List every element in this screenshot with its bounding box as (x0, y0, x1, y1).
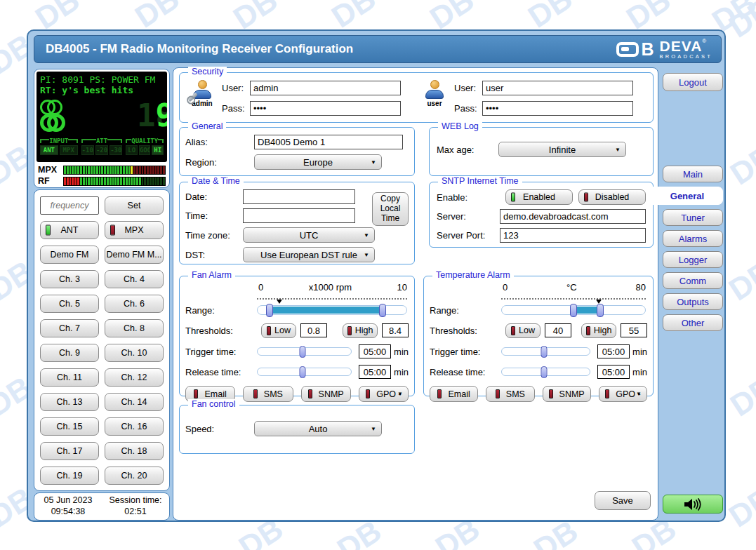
fan-speed-dropdown[interactable]: Auto ▼ (254, 421, 382, 436)
fan-low-threshold-button[interactable]: Low (261, 323, 296, 338)
temp-sms-button[interactable]: SMS (486, 386, 534, 402)
sntp-enabled-button[interactable]: Enabled (505, 189, 573, 205)
channel-button-14[interactable]: Ch. 14 (105, 393, 164, 411)
temp-range-high-handle[interactable] (597, 304, 604, 317)
chevron-down-icon: ▼ (364, 232, 369, 239)
set-frequency-button[interactable]: Set (105, 196, 164, 215)
channel-button-8[interactable]: Ch. 8 (105, 319, 164, 337)
fan-sms-button[interactable]: SMS (243, 386, 293, 402)
temp-gpo-dropdown[interactable]: GPO - ▼ (599, 386, 647, 402)
security-section: Security admin User: Pass: (179, 72, 654, 123)
fan-snmp-button[interactable]: SNMP (301, 386, 351, 402)
sntp-disabled-button[interactable]: Disabled (578, 189, 646, 205)
session-time-value: 02:51 (102, 507, 169, 518)
max-age-dropdown[interactable]: Infinite ▼ (498, 142, 626, 157)
temp-snmp-button[interactable]: SNMP (543, 386, 591, 402)
temp-range-slider[interactable] (501, 305, 646, 315)
channel-button-10[interactable]: Ch. 10 (105, 344, 164, 362)
chevron-down-icon: ▼ (636, 391, 642, 397)
channel-button-17[interactable]: Ch. 17 (40, 442, 99, 460)
sidebar-tab-logger[interactable]: Logger (663, 251, 723, 268)
alias-field[interactable] (254, 135, 403, 149)
temp-high-threshold-button[interactable]: High (581, 323, 616, 338)
temp-trigger-time-slider[interactable] (501, 347, 590, 356)
fan-release-time-slider[interactable] (257, 368, 352, 376)
admin-username-field[interactable] (250, 81, 401, 95)
fan-speed-label: Speed: (185, 424, 254, 434)
fan-low-threshold-field[interactable] (300, 323, 327, 337)
sidebar-nav: MainGeneralTunerAlarmsLoggerCommOutputsO… (663, 166, 723, 331)
sidebar-tab-general[interactable]: General (651, 187, 723, 205)
channel-button-12[interactable]: Ch. 12 (105, 368, 164, 387)
temp-low-threshold-button[interactable]: Low (505, 323, 541, 338)
region-dropdown[interactable]: Europe ▼ (254, 154, 382, 170)
temp-email-button[interactable]: Email (430, 386, 478, 402)
dst-label: DST: (185, 250, 243, 260)
sidebar-tab-comm[interactable]: Comm (663, 272, 723, 289)
fan-high-threshold-button[interactable]: High (343, 323, 378, 338)
user-password-field[interactable] (482, 101, 633, 116)
channel-button-7[interactable]: Ch. 7 (40, 319, 99, 337)
sidebar-tab-tuner[interactable]: Tuner (663, 209, 723, 226)
timezone-dropdown[interactable]: UTC ▼ (243, 227, 375, 243)
channel-button-9[interactable]: Ch. 9 (40, 344, 99, 362)
channel-button-13[interactable]: Ch. 13 (40, 393, 99, 411)
admin-password-field[interactable] (250, 101, 401, 116)
temp-release-time-field[interactable] (597, 365, 630, 379)
temp-trigger-time-field[interactable] (597, 344, 630, 358)
fan-gpo-dropdown[interactable]: GPO - ▼ (359, 386, 409, 402)
dst-dropdown[interactable]: Use European DST rule ▼ (243, 247, 375, 262)
channel-button-18[interactable]: Ch. 18 (105, 442, 164, 460)
time-field[interactable] (243, 208, 355, 223)
fan-trigger-time-slider[interactable] (257, 347, 352, 356)
save-button[interactable]: Save (595, 491, 651, 510)
fan-trigger-time-field[interactable] (359, 344, 391, 358)
fan-high-threshold-field[interactable] (382, 323, 409, 337)
sidebar-tab-outputs[interactable]: Outputs (663, 293, 723, 310)
copy-local-time-button[interactable]: Copy Local Time (372, 192, 409, 226)
user-username-field[interactable] (482, 81, 633, 95)
sidebar: Logout MainGeneralTunerAlarmsLoggerCommO… (658, 31, 727, 521)
temp-high-threshold-field[interactable] (621, 323, 647, 337)
temp-low-threshold-field[interactable] (545, 323, 571, 337)
logout-button[interactable]: Logout (663, 73, 723, 91)
sntp-server-field[interactable] (500, 209, 646, 224)
sidebar-tab-alarms[interactable]: Alarms (663, 230, 723, 247)
fan-range-slider[interactable] (257, 305, 407, 315)
frequency-input[interactable] (40, 196, 99, 215)
mpx-input-button[interactable]: MPX (105, 221, 164, 239)
fan-release-time-field[interactable] (359, 365, 391, 379)
channel-button-20[interactable]: Ch. 20 (105, 467, 164, 485)
channel-button-6[interactable]: Ch. 6 (105, 295, 164, 313)
channel-button-16[interactable]: Ch. 16 (105, 417, 164, 436)
temp-range-low-handle[interactable] (570, 304, 577, 317)
sntp-port-field[interactable] (500, 228, 646, 243)
session-time-label: Session time: (102, 495, 169, 507)
lcd-panel: PI: 8091 PS: POWER FM RT: y's best hits … (34, 69, 170, 188)
channel-button-11[interactable]: Ch. 11 (40, 368, 99, 387)
channel-button-15[interactable]: Ch. 15 (40, 417, 99, 436)
listen-button[interactable] (663, 495, 723, 514)
fan-range-high-handle[interactable] (379, 304, 386, 317)
ant-input-button[interactable]: ANT (40, 221, 99, 239)
date-field[interactable] (243, 189, 355, 204)
sidebar-tab-other[interactable]: Other (663, 314, 723, 331)
channel-button-4[interactable]: Ch. 4 (105, 270, 164, 288)
sidebar-tab-main[interactable]: Main (663, 166, 723, 182)
temp-release-time-slider[interactable] (501, 368, 590, 376)
channel-button-19[interactable]: Ch. 19 (40, 467, 99, 485)
sntp-enable-label: Enable: (437, 192, 500, 203)
fan-range-low-handle[interactable] (266, 304, 273, 317)
email-led-icon (437, 389, 442, 398)
channel-button-5[interactable]: Ch. 5 (40, 295, 99, 313)
preset-button-demo-fm[interactable]: Demo FM (40, 246, 99, 264)
preset-button-demo-fm-m[interactable]: Demo FM M... (105, 246, 164, 264)
fan-range-label: Range: (185, 305, 257, 316)
max-age-label: Max age: (437, 145, 498, 155)
fan-scale-min: 0 (258, 282, 263, 293)
temp-low-led-icon (511, 326, 515, 335)
ant-led-icon (46, 225, 51, 236)
fan-release-unit: min (394, 367, 409, 377)
channel-button-3[interactable]: Ch. 3 (40, 270, 99, 288)
temp-scale-max: 80 (636, 282, 646, 293)
